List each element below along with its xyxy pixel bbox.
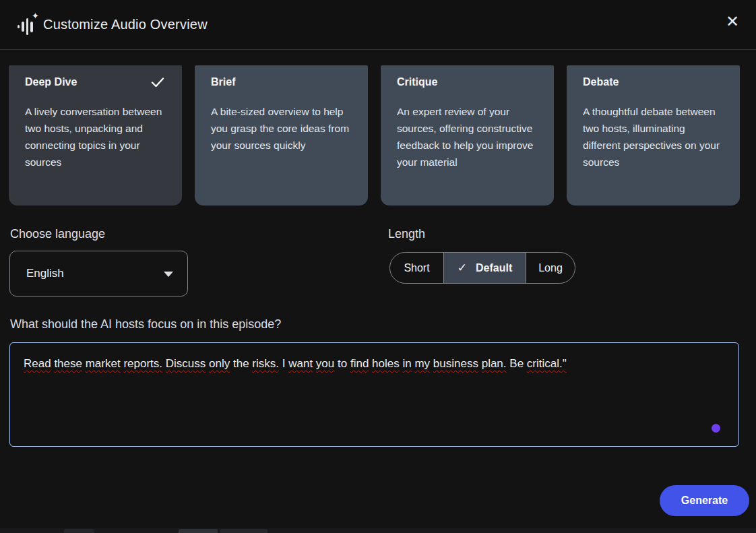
- focus-text: Read these market reports. Discuss only …: [24, 356, 725, 372]
- background-element: [220, 529, 267, 533]
- waveform-icon: [18, 18, 33, 35]
- check-icon: ✓: [458, 261, 467, 275]
- assistant-indicator-dot[interactable]: [712, 424, 720, 433]
- format-cards: Deep Dive A lively conversation between …: [9, 65, 740, 206]
- length-option-label: Long: [538, 262, 563, 274]
- length-option-label: Default: [476, 262, 512, 274]
- focus-question-label: What should the AI hosts focus on in thi…: [10, 317, 281, 332]
- length-label: Length: [388, 227, 425, 241]
- card-description: An expert review of your sources, offeri…: [397, 103, 538, 170]
- dialog-header: ✦ Customize Audio Overview ✕: [0, 0, 756, 50]
- length-option-default[interactable]: ✓ Default: [443, 253, 526, 283]
- close-button[interactable]: ✕: [722, 11, 743, 32]
- format-card-brief[interactable]: Brief A bite-sized overview to help you …: [195, 65, 368, 206]
- focus-textarea[interactable]: Read these market reports. Discuss only …: [9, 342, 739, 447]
- background-element: [64, 529, 94, 533]
- length-option-long[interactable]: ✓ Long: [526, 253, 575, 283]
- length-option-label: Short: [404, 262, 429, 274]
- card-description: A lively conversation between two hosts,…: [25, 103, 166, 170]
- card-title: Critique: [397, 76, 437, 88]
- card-description: A thoughtful debate between two hosts, i…: [583, 103, 724, 170]
- dialog-title: Customize Audio Overview: [43, 17, 208, 32]
- choose-language-label: Choose language: [10, 227, 105, 241]
- background-element: [179, 529, 218, 533]
- check-icon: [150, 74, 166, 90]
- card-title: Brief: [211, 76, 235, 88]
- language-dropdown[interactable]: English: [9, 251, 188, 296]
- format-card-critique[interactable]: Critique An expert review of your source…: [381, 65, 554, 206]
- length-segmented-control: ✓ Short ✓ Default ✓ Long: [389, 252, 575, 284]
- format-card-deep-dive[interactable]: Deep Dive A lively conversation between …: [9, 65, 182, 206]
- card-title: Debate: [583, 76, 619, 88]
- audio-overview-logo-icon: ✦: [13, 13, 36, 36]
- generate-button[interactable]: Generate: [660, 485, 749, 516]
- chevron-down-icon: [164, 272, 173, 277]
- background-page-edge: [0, 528, 756, 533]
- length-option-short[interactable]: ✓ Short: [390, 253, 443, 283]
- language-selected-value: English: [26, 267, 64, 280]
- card-title: Deep Dive: [25, 76, 77, 88]
- sparkle-icon: ✦: [32, 11, 39, 20]
- close-icon: ✕: [726, 12, 739, 30]
- format-card-debate[interactable]: Debate A thoughtful debate between two h…: [567, 65, 740, 206]
- card-description: A bite-sized overview to help you grasp …: [211, 103, 352, 154]
